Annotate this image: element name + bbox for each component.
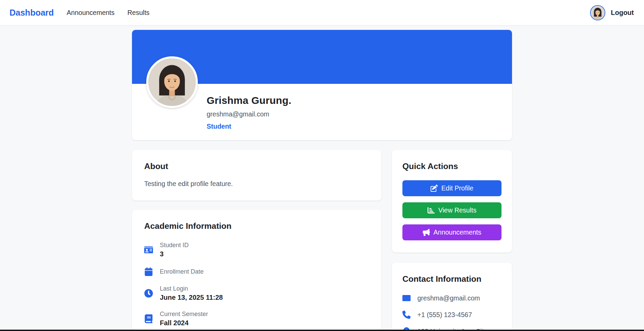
logout-button[interactable]: Logout bbox=[611, 9, 634, 17]
info-value: 3 bbox=[160, 250, 189, 258]
edit-icon bbox=[431, 185, 438, 192]
view-results-button[interactable]: View Results bbox=[402, 202, 501, 218]
contact-row-email: greshma@gmail.com bbox=[402, 294, 501, 302]
user-avatar[interactable] bbox=[590, 5, 605, 20]
nav-brand-dashboard[interactable]: Dashboard bbox=[10, 8, 54, 18]
profile-name: Grishma Gurung. bbox=[207, 95, 512, 106]
nav-link-results[interactable]: Results bbox=[128, 9, 150, 17]
about-text: Testing the edit profile feature. bbox=[144, 180, 369, 188]
right-column: Quick Actions Edit Profile View Results … bbox=[392, 150, 512, 331]
announcements-button[interactable]: Announcements bbox=[402, 224, 501, 240]
info-label: Current Semester bbox=[160, 311, 208, 318]
quick-actions-buttons: Edit Profile View Results Announcements bbox=[402, 180, 501, 240]
edit-profile-button[interactable]: Edit Profile bbox=[402, 180, 501, 196]
phone-icon bbox=[402, 311, 411, 319]
contact-email[interactable]: greshma@gmail.com bbox=[417, 294, 480, 302]
profile-avatar bbox=[146, 56, 198, 108]
contact-row-phone: +1 (555) 123-4567 bbox=[402, 311, 501, 319]
envelope-icon bbox=[402, 294, 411, 302]
contact-information-card: Contact Information greshma@gmail.com +1… bbox=[392, 263, 512, 331]
chart-icon bbox=[428, 207, 435, 214]
profile-card: Grishma Gurung. greshma@gmail.com Studen… bbox=[132, 30, 512, 140]
edit-profile-label: Edit Profile bbox=[441, 184, 473, 192]
avatar-photo-icon bbox=[591, 6, 605, 20]
profile-email: greshma@gmail.com bbox=[207, 110, 512, 118]
about-title: About bbox=[144, 162, 369, 171]
book-icon bbox=[144, 314, 153, 323]
megaphone-icon bbox=[423, 229, 430, 236]
academic-rows: Student ID 3 Enrollment Date bbox=[144, 242, 369, 327]
profile-role-badge[interactable]: Student bbox=[207, 123, 512, 130]
info-value: June 13, 2025 11:28 bbox=[160, 294, 223, 301]
academic-information-card: Academic Information Student ID 3 bbox=[132, 210, 381, 331]
nav-link-announcements[interactable]: Announcements bbox=[67, 9, 115, 17]
about-card: About Testing the edit profile feature. bbox=[132, 150, 381, 201]
clock-icon bbox=[144, 289, 153, 298]
quick-actions-title: Quick Actions bbox=[402, 162, 501, 171]
view-results-label: View Results bbox=[438, 206, 476, 214]
contact-phone[interactable]: +1 (555) 123-4567 bbox=[417, 311, 472, 319]
info-label: Student ID bbox=[160, 242, 189, 249]
left-column: About Testing the edit profile feature. … bbox=[132, 150, 381, 331]
info-label: Last Login bbox=[160, 285, 223, 292]
id-card-icon bbox=[144, 245, 153, 254]
announcements-label: Announcements bbox=[434, 228, 481, 236]
academic-row-enrollment-date: Enrollment Date bbox=[144, 267, 369, 276]
academic-row-last-login: Last Login June 13, 2025 11:28 bbox=[144, 285, 369, 301]
top-navbar: Dashboard Announcements Results Logout bbox=[0, 0, 644, 25]
info-label: Enrollment Date bbox=[160, 268, 204, 275]
window-bottom-edge bbox=[0, 330, 644, 331]
academic-row-student-id: Student ID 3 bbox=[144, 242, 369, 258]
academic-title: Academic Information bbox=[144, 221, 369, 231]
contact-rows: greshma@gmail.com +1 (555) 123-4567 123 … bbox=[402, 294, 501, 331]
quick-actions-card: Quick Actions Edit Profile View Results … bbox=[392, 150, 512, 253]
contact-title: Contact Information bbox=[402, 274, 501, 284]
academic-row-current-semester: Current Semester Fall 2024 bbox=[144, 311, 369, 327]
info-value: Fall 2024 bbox=[160, 319, 208, 327]
avatar-photo-icon bbox=[148, 58, 196, 106]
main-content: Grishma Gurung. greshma@gmail.com Studen… bbox=[132, 30, 512, 331]
calendar-icon bbox=[144, 267, 153, 276]
